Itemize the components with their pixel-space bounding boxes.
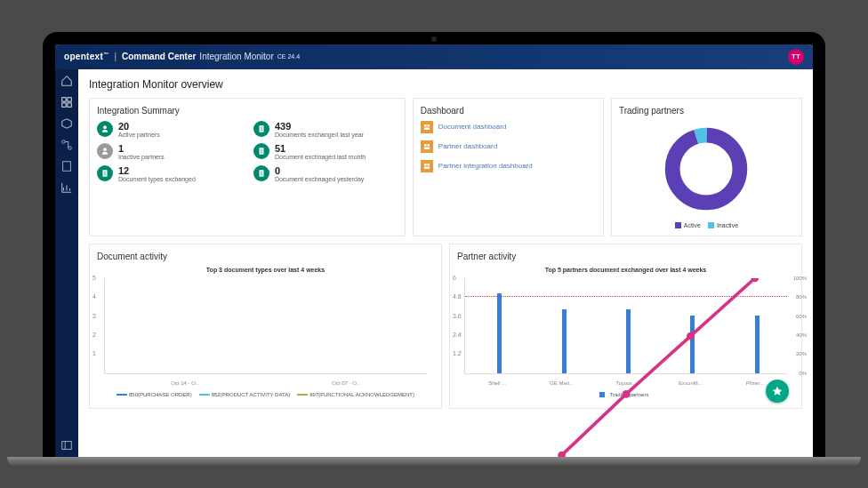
svg-point-4 bbox=[62, 140, 66, 143]
partners-title: Trading partners bbox=[619, 106, 794, 116]
doc-chart-area: 12345Oct 14 - O...Oct 07 - O... bbox=[104, 278, 427, 374]
partner-chart-title: Top 5 partners document exchanged over l… bbox=[457, 267, 794, 273]
svg-point-29 bbox=[687, 332, 695, 340]
page-title: Integration Monitor overview bbox=[89, 78, 802, 91]
summary-label: Document types exchanged bbox=[118, 176, 196, 182]
svg-point-8 bbox=[103, 125, 107, 129]
summary-item: 1 Inactive partners bbox=[97, 143, 241, 160]
laptop-frame: opentext™ | Command Center Integration M… bbox=[43, 32, 825, 457]
dashboard-icon bbox=[421, 121, 433, 133]
separator: | bbox=[114, 52, 117, 61]
doc-icon[interactable] bbox=[60, 160, 73, 172]
documents-icon bbox=[97, 165, 113, 181]
svg-rect-20 bbox=[424, 164, 427, 166]
summary-value: 20 bbox=[118, 121, 160, 132]
donut-legend: Active Inactive bbox=[619, 222, 794, 228]
svg-point-10 bbox=[103, 148, 107, 151]
partner-activity-title: Partner activity bbox=[457, 252, 794, 261]
documents-icon bbox=[253, 165, 269, 181]
summary-value: 439 bbox=[275, 121, 364, 132]
dashboard-link[interactable]: Partner integration dashboard bbox=[421, 160, 596, 172]
dashboard-link-label: Document dashboard bbox=[438, 123, 507, 131]
app-subtitle: Integration Monitor bbox=[199, 52, 273, 61]
svg-rect-18 bbox=[427, 144, 430, 147]
doc-chart-title: Top 3 document types over last 4 weeks bbox=[97, 267, 434, 273]
svg-rect-19 bbox=[424, 147, 430, 149]
partner-activity-card: Partner activity Top 5 partners document… bbox=[449, 244, 802, 409]
summary-item: 439 Documents exchanged last year bbox=[253, 121, 398, 138]
summary-item: 0 Document exchnaged yesterday bbox=[253, 165, 398, 182]
svg-rect-15 bbox=[427, 124, 430, 127]
svg-rect-21 bbox=[427, 164, 430, 166]
summary-label: Active partners bbox=[118, 132, 160, 138]
cumulative-line bbox=[465, 278, 787, 457]
summary-title: Integration Summary bbox=[97, 106, 398, 116]
brand-logo: opentext™ bbox=[64, 52, 108, 61]
svg-rect-7 bbox=[62, 441, 72, 449]
camera-dot bbox=[431, 36, 437, 42]
document-activity-card: Document activity Top 3 document types o… bbox=[89, 244, 442, 409]
dashboard-link-label: Partner integration dashboard bbox=[438, 162, 533, 170]
svg-rect-6 bbox=[63, 161, 71, 171]
dashboard-link[interactable]: Document dashboard bbox=[421, 121, 596, 133]
svg-rect-0 bbox=[62, 97, 66, 100]
svg-rect-22 bbox=[424, 166, 430, 169]
box-icon[interactable] bbox=[60, 117, 73, 130]
svg-rect-14 bbox=[424, 124, 427, 127]
dashboard-icon bbox=[421, 160, 433, 172]
summary-label: Document exchnaged yesterday bbox=[275, 176, 364, 182]
monitor-icon[interactable] bbox=[60, 96, 73, 108]
svg-rect-17 bbox=[424, 144, 427, 147]
summary-value: 12 bbox=[118, 165, 196, 176]
documents-icon bbox=[253, 121, 269, 137]
summary-label: Document exchnaged last month bbox=[275, 154, 366, 160]
dashboard-link[interactable]: Partner dashboard bbox=[421, 140, 596, 153]
summary-value: 1 bbox=[118, 143, 165, 154]
top-bar: opentext™ | Command Center Integration M… bbox=[55, 44, 813, 69]
svg-rect-3 bbox=[68, 102, 71, 106]
dashboard-title: Dashboard bbox=[421, 106, 596, 116]
documents-icon bbox=[253, 143, 269, 159]
screen: opentext™ | Command Center Integration M… bbox=[55, 44, 813, 457]
partner-chart-area: 1.22.43.64.860%20%40%60%80%100%Shell ...… bbox=[464, 278, 787, 374]
dashboard-links-card: Dashboard Document dashboard Partner das… bbox=[413, 98, 604, 236]
summary-value: 0 bbox=[275, 165, 364, 176]
trading-partners-donut bbox=[662, 124, 751, 213]
chart-icon[interactable] bbox=[60, 181, 73, 194]
svg-point-24 bbox=[673, 135, 741, 203]
dashboard-icon bbox=[421, 140, 433, 153]
action-fab[interactable] bbox=[766, 380, 789, 403]
summary-label: Inactive partners bbox=[118, 154, 165, 160]
summary-value: 51 bbox=[275, 143, 366, 154]
summary-item: 12 Document types exchanged bbox=[97, 165, 241, 182]
partners-icon bbox=[97, 143, 113, 159]
app-title: Command Center bbox=[122, 52, 196, 61]
left-nav bbox=[55, 69, 78, 457]
doc-chart-legend: 850(PURCHASE ORDER)852(PRODUCT ACTIVITY … bbox=[97, 392, 434, 397]
svg-rect-16 bbox=[424, 127, 430, 130]
dashboard-link-label: Partner dashboard bbox=[438, 142, 497, 150]
summary-item: 51 Document exchnaged last month bbox=[253, 143, 398, 160]
user-avatar[interactable]: TT bbox=[788, 49, 804, 65]
flow-icon[interactable] bbox=[60, 139, 73, 151]
collapse-icon[interactable] bbox=[60, 439, 73, 452]
partners-icon bbox=[97, 121, 113, 137]
svg-point-28 bbox=[623, 389, 631, 397]
summary-item: 20 Active partners bbox=[97, 121, 241, 138]
summary-label: Documents exchanged last year bbox=[275, 132, 364, 138]
app-version: CE 24.4 bbox=[277, 53, 300, 60]
svg-rect-1 bbox=[68, 97, 71, 100]
svg-point-5 bbox=[68, 146, 72, 149]
doc-activity-title: Document activity bbox=[97, 252, 434, 261]
home-icon[interactable] bbox=[60, 75, 73, 87]
integration-summary-card: Integration Summary 20 Active partners 4… bbox=[89, 98, 406, 236]
trading-partners-card: Trading partners Active Inactive bbox=[611, 98, 802, 236]
svg-rect-2 bbox=[62, 102, 66, 106]
main-content: Integration Monitor overview Integration… bbox=[78, 69, 813, 457]
